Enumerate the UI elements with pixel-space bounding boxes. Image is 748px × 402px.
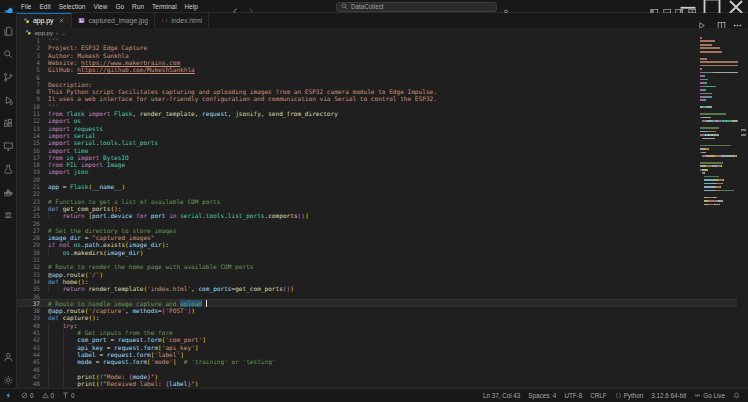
line-number[interactable]: 12 [17,117,40,124]
minimap[interactable] [700,37,738,388]
activity-testing[interactable] [0,154,17,177]
code-line[interactable]: ''' [48,103,59,110]
line-number[interactable]: 2 [17,44,40,51]
activity-settings[interactable] [0,365,17,388]
line-number[interactable]: 17 [17,154,40,161]
code-line[interactable]: api_key = request.form['api_key'] [48,344,198,351]
code-line[interactable]: GitHub: https://github.com/MukeshSankhla [48,66,195,73]
activity-extensions[interactable] [0,108,17,131]
remote-indicator[interactable] [0,389,17,402]
code-line[interactable]: return [port.device for port in serial.t… [48,212,309,219]
scrollbar[interactable] [738,37,748,388]
menu-help[interactable]: Help [181,3,202,10]
line-number[interactable]: 20 [17,176,40,183]
activity-remote-explorer[interactable] [0,131,17,154]
line-number[interactable]: 21 [17,183,40,190]
line-number[interactable]: 18 [17,161,40,168]
menu-file[interactable]: File [17,3,35,10]
line-number[interactable]: 4 [17,59,40,66]
close-button[interactable] [724,0,748,13]
line-number[interactable]: 29 [17,241,40,248]
code-line[interactable]: Author: Mukesh Sankhla [48,52,129,59]
code-line[interactable]: image_dir = "captured_images" [48,234,154,241]
code-line[interactable]: @app.route('/') [48,271,103,278]
activity-explorer[interactable] [0,16,17,39]
line-number[interactable]: 34 [17,278,40,285]
code-line[interactable]: # Route to handle image capture and uplo… [48,300,202,307]
line-number[interactable]: 24 [17,205,40,212]
code-line[interactable]: Project: ESP32 Edge Capture [48,44,147,51]
code-line[interactable]: Description: [48,81,92,88]
code-line[interactable]: from io import BytesIO [48,154,129,161]
code-editor[interactable]: 1'''2Project: ESP32 Edge Capture3Author:… [17,37,748,388]
code-line[interactable]: import requests [48,125,103,132]
errors-status[interactable]: 0 [17,389,38,402]
code-line[interactable]: Website: https://www.makerbrains.com [48,59,180,66]
toggle-sidebar-icon[interactable] [650,2,659,11]
line-number[interactable]: 5 [17,66,40,73]
code-line[interactable]: import serial.tools.list_ports [48,139,158,146]
menu-go[interactable]: Go [111,3,128,10]
code-line[interactable]: from flask import Flask, render_template… [48,110,338,117]
menu-run[interactable]: Run [128,3,148,10]
line-number[interactable]: 39 [17,314,40,321]
code-line[interactable]: def capture(): [48,314,99,321]
warnings-status[interactable]: 0 [38,389,59,402]
activity-search[interactable] [0,39,17,62]
line-number[interactable]: 6 [17,74,40,81]
line-number[interactable]: 11 [17,110,40,117]
code-line[interactable]: mode = request.form['mode'] # 'training'… [48,358,276,365]
run-python-file-button[interactable] [697,16,710,25]
ports-status[interactable]: 0 [58,389,79,402]
line-number[interactable]: 35 [17,285,40,292]
line-number[interactable]: 48 [17,380,40,387]
line-number[interactable]: 27 [17,227,40,234]
line-number[interactable]: 40 [17,322,40,329]
activity-source-control[interactable] [0,62,17,85]
breadcrumb-file[interactable]: app.py [35,29,54,36]
code-line[interactable]: @app.route('/capture', methods=['POST']) [48,307,195,314]
code-line[interactable]: # Route to render the home page with ava… [48,263,253,270]
line-number[interactable]: 26 [17,220,40,227]
maximize-button[interactable] [700,0,724,13]
indentation-status[interactable]: Spaces: 4 [524,389,560,402]
menu-edit[interactable]: Edit [35,3,54,10]
line-number[interactable]: 32 [17,263,40,270]
toggle-panel-icon[interactable] [663,2,672,11]
go-live-status[interactable]: Go Live [690,389,729,402]
line-number[interactable]: 28 [17,234,40,241]
command-center[interactable]: DataCollect [336,2,497,12]
code-line[interactable]: if not os.path.exists(image_dir): [48,241,169,248]
eol-status[interactable]: CRLF [586,389,610,402]
code-line[interactable]: app = Flask(__name__) [48,183,125,190]
activity-run-debug[interactable] [0,85,17,108]
line-number[interactable]: 44 [17,351,40,358]
line-number[interactable]: 45 [17,358,40,365]
code-line[interactable]: com_port = request.form['com_port'] [48,336,206,343]
minimize-button[interactable] [676,0,700,13]
code-line[interactable]: label = request.form['label'] [48,351,184,358]
line-number[interactable]: 43 [17,344,40,351]
line-number[interactable]: 46 [17,366,40,373]
line-number[interactable]: 14 [17,132,40,139]
cursor-position-status[interactable]: Ln 37, Col 43 [479,389,524,402]
encoding-status[interactable]: UTF-8 [560,389,586,402]
code-line[interactable]: This Python script facilitates capturing… [48,88,437,95]
tab-captured-image-jpg[interactable]: captured_image.jpg [72,13,155,28]
forward-arrow-icon[interactable] [246,2,255,11]
line-number[interactable]: 10 [17,103,40,110]
tab-close-icon[interactable] [58,17,65,24]
menu-terminal[interactable]: Terminal [148,3,181,10]
line-number[interactable]: 42 [17,336,40,343]
python-version-status[interactable]: 3.12.6 64-bit [647,389,690,402]
line-number[interactable]: 37 [17,300,40,307]
line-number[interactable]: 22 [17,190,40,197]
line-number[interactable]: 19 [17,168,40,175]
activity-docker[interactable] [0,177,17,200]
line-number[interactable]: 47 [17,373,40,380]
code-line[interactable]: # Get inputs from the form [48,329,173,336]
code-line[interactable]: return render_template('index.html', com… [48,285,294,292]
code-line[interactable]: os.makedirs(image_dir) [48,249,143,256]
code-line[interactable]: def get_com_ports(): [48,205,121,212]
line-number[interactable]: 1 [17,37,40,44]
